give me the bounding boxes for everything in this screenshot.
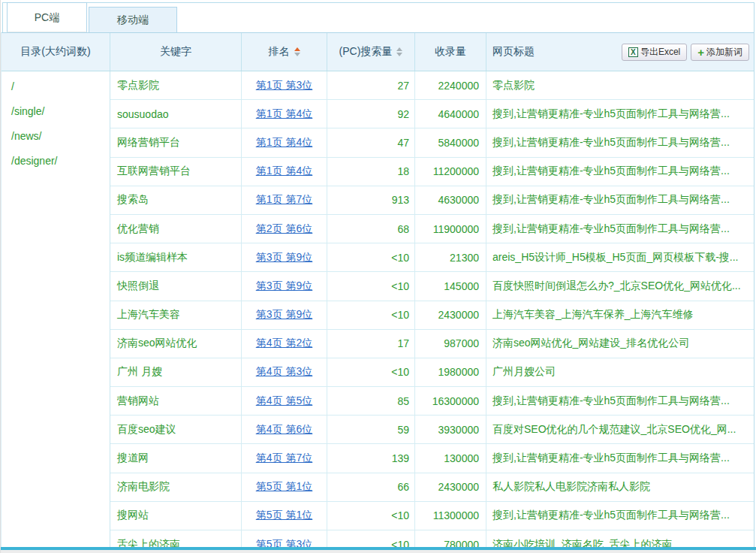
- indexed-cell: 4630000: [415, 186, 486, 214]
- page-title-cell: 搜到,让营销更精准-专业h5页面制作工具与网络营...: [486, 186, 754, 214]
- indexed-cell: 11900000: [415, 215, 486, 243]
- rank-cell: 第5页 第1位: [242, 473, 327, 501]
- keyword-cell: 搜索岛: [110, 186, 242, 214]
- rank-cell: 第3页 第9位: [242, 272, 327, 300]
- page-title-cell: 搜到,让营销更精准-专业h5页面制作工具与网络营...: [486, 387, 754, 415]
- keyword-table: 目录(大约词数) 关键字 排名 (PC)搜索量 收录量 网页标题: [1, 32, 754, 553]
- seo-rank-tool-window: PC端 移动端 目录(大约词数) 关键字 排名 (PC)搜索量 收录量: [0, 0, 756, 553]
- table-row: 快照倒退 第3页 第9位 <10 145000 百度快照时间倒退怎么办?_北京S…: [110, 272, 754, 301]
- add-keyword-button[interactable]: 添加新词: [691, 44, 749, 61]
- indexed-cell: 2240000: [415, 71, 486, 99]
- rank-link[interactable]: 第1页 第3位: [256, 79, 312, 92]
- table-body: / /single/ /news/ /designer/ 零点影院 第1页 第3…: [2, 71, 754, 553]
- page-title-cell: 搜到,让营销更精准-专业h5页面制作工具与网络营...: [486, 502, 754, 530]
- rank-link[interactable]: 第4页 第2位: [256, 337, 312, 350]
- table-row: 搜索岛 第1页 第7位 913 4630000 搜到,让营销更精准-专业h5页面…: [110, 186, 754, 215]
- rank-link[interactable]: 第1页 第7位: [256, 193, 312, 207]
- rank-link[interactable]: 第4页 第3位: [256, 365, 312, 379]
- keyword-cell: sousuodao: [110, 100, 242, 128]
- keyword-cell: 零点影院: [110, 71, 242, 99]
- table-row: 优化营销 第2页 第6位 68 11900000 搜到,让营销更精准-专业h5页…: [110, 215, 754, 243]
- page-title-cell: 上海汽车美容_上海汽车保养_上海汽车维修: [486, 301, 754, 329]
- indexed-cell: 3930000: [415, 416, 486, 443]
- keyword-cell: 优化营销: [110, 215, 242, 243]
- search-volume-cell: <10: [327, 301, 415, 329]
- table-row: 营销网站 第4页 第5位 85 16300000 搜到,让营销更精准-专业h5页…: [110, 387, 754, 416]
- rank-link[interactable]: 第3页 第9位: [256, 308, 312, 322]
- table-row: 零点影院 第1页 第3位 27 2240000 零点影院: [110, 71, 754, 100]
- window-bottom-margin: [1, 550, 756, 553]
- rank-link[interactable]: 第4页 第6位: [256, 423, 312, 437]
- col-header-rank[interactable]: 排名: [242, 33, 327, 71]
- page-title-cell: 零点影院: [486, 71, 754, 99]
- rank-link[interactable]: 第5页 第1位: [256, 480, 312, 494]
- page-title-cell: 搜到,让营销更精准-专业h5页面制作工具与网络营...: [486, 444, 754, 472]
- indexed-cell: 21300: [415, 243, 486, 271]
- directory-item[interactable]: /: [2, 74, 110, 99]
- rank-link[interactable]: 第3页 第9位: [256, 251, 312, 264]
- search-volume-cell: 92: [327, 100, 415, 128]
- search-volume-cell: 59: [327, 416, 415, 443]
- rank-cell: 第1页 第4位: [242, 128, 327, 156]
- rank-cell: 第3页 第9位: [242, 301, 327, 329]
- sort-search-volume-icon[interactable]: [396, 47, 402, 56]
- sort-rank-icon[interactable]: [294, 47, 300, 56]
- table-row: sousuodao 第1页 第4位 92 4640000 搜到,让营销更精准-专…: [110, 100, 754, 128]
- rank-link[interactable]: 第4页 第5位: [256, 394, 312, 408]
- tab-pc[interactable]: PC端: [7, 2, 87, 32]
- keyword-cell: 互联网营销平台: [110, 158, 242, 186]
- col-header-search-volume-label: (PC)搜索量: [339, 45, 393, 59]
- rank-link[interactable]: 第1页 第4位: [256, 107, 312, 121]
- table-row: 广州 月嫂 第4页 第3位 <10 1980000 广州月嫂公司: [110, 358, 754, 387]
- keyword-cell: 搜网站: [110, 502, 242, 530]
- rank-cell: 第1页 第7位: [242, 186, 327, 214]
- table-row: 济南电影院 第5页 第1位 66 2430000 私人影院私人电影院济南私人影院: [110, 473, 754, 502]
- indexed-cell: 11200000: [415, 158, 486, 186]
- rank-link[interactable]: 第2页 第6位: [256, 222, 312, 236]
- col-header-rank-label: 排名: [269, 45, 290, 59]
- rank-cell: 第4页 第6位: [242, 416, 327, 443]
- page-title-cell: 济南seo网站优化_网站建设_排名优化公司: [486, 330, 754, 358]
- rank-cell: 第1页 第4位: [242, 100, 327, 128]
- search-volume-cell: 68: [327, 215, 415, 243]
- directory-item[interactable]: /designer/: [2, 149, 110, 174]
- page-title-cell: 搜到,让营销更精准-专业h5页面制作工具与网络营...: [486, 215, 754, 243]
- rank-cell: 第4页 第5位: [242, 387, 327, 415]
- tab-mobile[interactable]: 移动端: [89, 7, 177, 32]
- sort-desc-icon: [294, 53, 300, 56]
- export-excel-label: 导出Excel: [640, 46, 680, 59]
- indexed-cell: 987000: [415, 330, 486, 358]
- keyword-cell: 济南电影院: [110, 473, 242, 501]
- search-volume-cell: 913: [327, 186, 415, 214]
- col-header-search-volume[interactable]: (PC)搜索量: [327, 33, 415, 71]
- rank-link[interactable]: 第1页 第4位: [256, 136, 312, 150]
- page-title-cell: 搜到,让营销更精准-专业h5页面制作工具与网络营...: [486, 100, 754, 128]
- search-volume-cell: <10: [327, 358, 415, 386]
- rank-link[interactable]: 第4页 第7位: [256, 452, 312, 465]
- indexed-cell: 1980000: [415, 358, 486, 386]
- export-excel-button[interactable]: 导出Excel: [622, 44, 687, 61]
- rank-cell: 第4页 第7位: [242, 444, 327, 472]
- excel-icon: [628, 47, 638, 57]
- rank-link[interactable]: 第5页 第1位: [256, 509, 312, 522]
- rank-link[interactable]: 第1页 第4位: [256, 165, 312, 178]
- page-title-cell: 搜到,让营销更精准-专业h5页面制作工具与网络营...: [486, 158, 754, 186]
- table-header-row: 目录(大约词数) 关键字 排名 (PC)搜索量 收录量 网页标题: [2, 32, 754, 71]
- indexed-cell: 145000: [415, 272, 486, 300]
- page-title-cell: 广州月嫂公司: [486, 358, 754, 386]
- search-volume-cell: 47: [327, 128, 415, 156]
- table-row: 百度seo建议 第4页 第6位 59 3930000 百度对SEO优化的几个规范…: [110, 416, 754, 444]
- rank-cell: 第5页 第1位: [242, 502, 327, 530]
- indexed-cell: 2430000: [415, 473, 486, 501]
- search-volume-cell: 66: [327, 473, 415, 501]
- keyword-cell: 广州 月嫂: [110, 358, 242, 386]
- page-title-cell: areis_H5设计师_H5模板_H5页面_网页模板下载-搜...: [486, 243, 754, 271]
- keyword-cell: 快照倒退: [110, 272, 242, 300]
- rank-link[interactable]: 第3页 第9位: [256, 280, 312, 293]
- search-volume-cell: <10: [327, 272, 415, 300]
- header-buttons: 导出Excel 添加新词: [622, 44, 749, 61]
- rank-cell: 第4页 第2位: [242, 330, 327, 358]
- directory-item[interactable]: /single/: [2, 99, 110, 124]
- col-header-directory: 目录(大约词数): [2, 33, 110, 71]
- directory-item[interactable]: /news/: [2, 124, 110, 149]
